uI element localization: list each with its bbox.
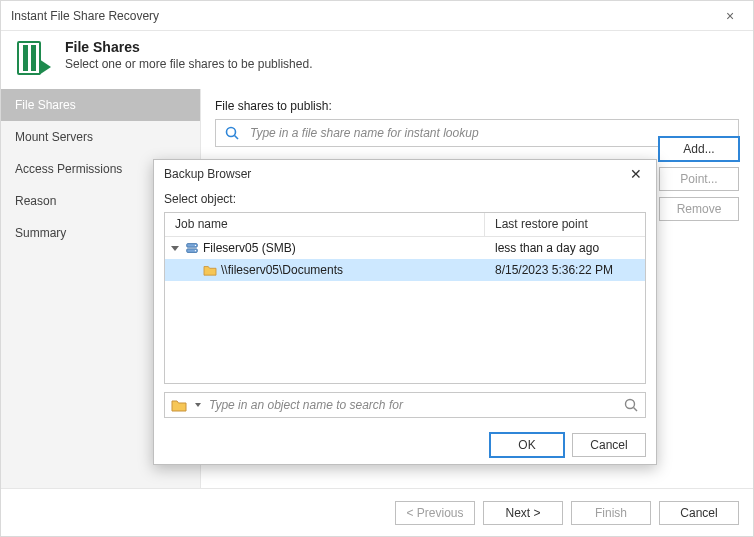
- dialog-title: Backup Browser: [164, 167, 251, 181]
- row-server-restore: less than a day ago: [485, 241, 645, 255]
- folder-icon: [203, 264, 217, 276]
- remove-button: Remove: [659, 197, 739, 221]
- add-button[interactable]: Add...: [659, 137, 739, 161]
- folder-filter-icon[interactable]: [171, 398, 187, 412]
- col-job-name[interactable]: Job name: [165, 213, 485, 236]
- next-button[interactable]: Next >: [483, 501, 563, 525]
- previous-button: < Previous: [395, 501, 475, 525]
- svg-point-5: [195, 250, 196, 251]
- object-grid: Job name Last restore point Fileserv05 (…: [164, 212, 646, 384]
- svg-point-4: [195, 245, 196, 246]
- grid-header: Job name Last restore point: [165, 213, 645, 237]
- search-icon: [224, 125, 240, 141]
- wizard-footer: < Previous Next > Finish Cancel: [1, 488, 753, 536]
- svg-point-0: [227, 128, 236, 137]
- row-share-restore: 8/15/2023 5:36:22 PM: [485, 263, 645, 277]
- svg-line-7: [634, 408, 638, 412]
- file-share-icon: [13, 39, 53, 79]
- publish-label: File shares to publish:: [215, 99, 739, 113]
- step-file-shares[interactable]: File Shares: [1, 89, 200, 121]
- expand-toggle-icon[interactable]: [171, 246, 179, 251]
- dialog-cancel-button[interactable]: Cancel: [572, 433, 646, 457]
- dialog-titlebar: Backup Browser ✕: [154, 160, 656, 188]
- chevron-down-icon[interactable]: [195, 403, 201, 407]
- page-title: File Shares: [65, 39, 312, 55]
- dialog-footer: OK Cancel: [154, 426, 656, 464]
- close-icon[interactable]: ×: [715, 1, 745, 31]
- row-share-name: \\fileserv05\Documents: [221, 263, 343, 277]
- col-restore-point[interactable]: Last restore point: [485, 213, 645, 236]
- dialog-prompt: Select object:: [164, 192, 646, 206]
- header: File Shares Select one or more file shar…: [1, 31, 753, 89]
- cancel-button[interactable]: Cancel: [659, 501, 739, 525]
- file-share-search-input[interactable]: [248, 125, 730, 141]
- tree-row-server[interactable]: Fileserv05 (SMB) less than a day ago: [165, 237, 645, 259]
- object-search-input[interactable]: [207, 397, 617, 413]
- page-subtitle: Select one or more file shares to be pub…: [65, 57, 312, 71]
- svg-point-6: [626, 400, 635, 409]
- ok-button[interactable]: OK: [490, 433, 564, 457]
- point-button: Point...: [659, 167, 739, 191]
- svg-line-1: [235, 136, 239, 140]
- main-window: Instant File Share Recovery × File Share…: [0, 0, 754, 537]
- window-title: Instant File Share Recovery: [11, 9, 159, 23]
- row-server-name: Fileserv05 (SMB): [203, 241, 296, 255]
- titlebar: Instant File Share Recovery ×: [1, 1, 753, 31]
- server-icon: [185, 241, 199, 255]
- backup-browser-dialog: Backup Browser ✕ Select object: Job name…: [153, 159, 657, 465]
- step-mount-servers[interactable]: Mount Servers: [1, 121, 200, 153]
- tree-row-share[interactable]: \\fileserv05\Documents 8/15/2023 5:36:22…: [165, 259, 645, 281]
- dialog-close-icon[interactable]: ✕: [624, 166, 648, 182]
- finish-button: Finish: [571, 501, 651, 525]
- search-icon[interactable]: [623, 397, 639, 413]
- object-search[interactable]: [164, 392, 646, 418]
- action-buttons: Add... Point... Remove: [659, 137, 739, 221]
